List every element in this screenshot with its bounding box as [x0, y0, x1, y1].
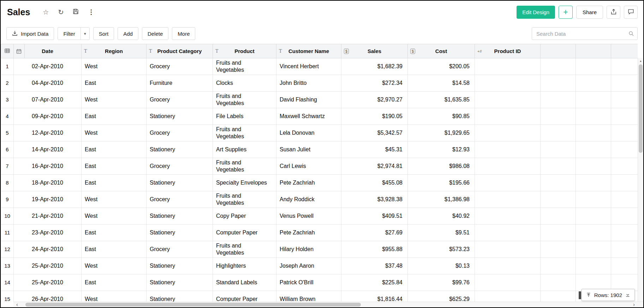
cell-category[interactable]: Grocery	[147, 191, 213, 208]
cell-date[interactable]: 02-Apr-2010	[14, 58, 82, 75]
cell-date[interactable]: 24-Apr-2010	[14, 241, 82, 258]
column-header-category[interactable]: TProduct Category	[147, 44, 213, 58]
empty-cell[interactable]	[576, 108, 611, 125]
cell-category[interactable]: Stationery	[147, 175, 213, 191]
cell-cost[interactable]: $200.05	[408, 58, 475, 75]
cell-date[interactable]: 25-Apr-2010	[14, 258, 82, 274]
cell-sales[interactable]: $5,342.57	[341, 125, 408, 141]
cell-customer[interactable]: Maxwell Schwartz	[276, 108, 341, 125]
empty-cell[interactable]	[611, 208, 638, 225]
cell-cost[interactable]: $90.85	[408, 108, 475, 125]
cell-category[interactable]: Grocery	[147, 125, 213, 141]
empty-cell[interactable]	[541, 208, 576, 225]
cell-sales[interactable]: $272.34	[341, 75, 408, 92]
cell-region[interactable]: East	[82, 108, 147, 125]
add-new-button[interactable]: +	[559, 6, 573, 19]
empty-cell[interactable]	[576, 141, 611, 158]
cell-cost[interactable]: $0.13	[408, 258, 475, 274]
cell-region[interactable]: East	[82, 274, 147, 291]
empty-cell[interactable]	[576, 241, 611, 258]
comments-button[interactable]	[624, 6, 638, 19]
cell-product[interactable]: Copy Paper	[213, 208, 276, 225]
cell-category[interactable]: Grocery	[147, 92, 213, 108]
empty-cell[interactable]	[541, 175, 576, 191]
empty-cell[interactable]	[611, 141, 638, 158]
cell-region[interactable]: West	[82, 291, 147, 303]
empty-cell[interactable]	[576, 225, 611, 241]
more-options-kebab-icon[interactable]: ⋮	[88, 9, 94, 15]
cell-product_id[interactable]	[475, 158, 541, 175]
cell-cost[interactable]: $1,635.85	[408, 92, 475, 108]
cell-product[interactable]: Fruits and Vegetables	[213, 92, 276, 108]
cell-date[interactable]: 23-Apr-2010	[14, 225, 82, 241]
cell-date[interactable]: 07-Apr-2010	[14, 92, 82, 108]
cell-category[interactable]: Stationery	[147, 108, 213, 125]
column-header-cost[interactable]: $Cost	[408, 44, 475, 58]
empty-cell[interactable]	[611, 274, 638, 291]
cell-category[interactable]: Stationery	[147, 291, 213, 303]
cell-category[interactable]: Stationery	[147, 258, 213, 274]
cell-region[interactable]: West	[82, 125, 147, 141]
cell-product_id[interactable]	[475, 125, 541, 141]
cell-cost[interactable]: $195.66	[408, 175, 475, 191]
cell-cost[interactable]: $573.23	[408, 241, 475, 258]
column-header-sales[interactable]: $Sales	[341, 44, 408, 58]
cell-sales[interactable]: $409.51	[341, 208, 408, 225]
cell-region[interactable]: East	[82, 175, 147, 191]
column-header-date[interactable]: Date	[14, 44, 82, 58]
import-data-button[interactable]: Import Data	[6, 27, 54, 40]
cell-product[interactable]: Fruits and Vegetables	[213, 58, 276, 75]
empty-cell[interactable]	[611, 125, 638, 141]
cell-product[interactable]: Art Supplies	[213, 141, 276, 158]
empty-cell[interactable]	[611, 158, 638, 175]
cell-region[interactable]: West	[82, 191, 147, 208]
empty-cell[interactable]	[541, 258, 576, 274]
cell-cost[interactable]: $40.92	[408, 208, 475, 225]
empty-column-header[interactable]	[576, 44, 611, 58]
cell-product_id[interactable]	[475, 208, 541, 225]
cell-region[interactable]: West	[82, 92, 147, 108]
cell-category[interactable]: Stationery	[147, 274, 213, 291]
empty-cell[interactable]	[541, 92, 576, 108]
empty-cell[interactable]	[576, 75, 611, 92]
empty-cell[interactable]	[611, 191, 638, 208]
scroll-right-icon[interactable]: ›	[633, 302, 635, 307]
cell-sales[interactable]: $3,928.38	[341, 191, 408, 208]
row-number-cell[interactable]: 12	[1, 241, 14, 258]
row-number-cell[interactable]: 8	[1, 175, 14, 191]
cell-product[interactable]: Standard Labels	[213, 274, 276, 291]
row-number-cell[interactable]: 5	[1, 125, 14, 141]
column-header-product[interactable]: TProduct	[213, 44, 276, 58]
cell-date[interactable]: 19-Apr-2010	[14, 191, 82, 208]
cell-customer[interactable]: Venus Powell	[276, 208, 341, 225]
empty-cell[interactable]	[541, 241, 576, 258]
cell-product_id[interactable]	[475, 108, 541, 125]
empty-cell[interactable]	[611, 58, 638, 75]
empty-cell[interactable]	[611, 75, 638, 92]
refresh-icon[interactable]: ↻	[58, 9, 64, 16]
row-number-cell[interactable]: 11	[1, 225, 14, 241]
empty-cell[interactable]	[611, 108, 638, 125]
cell-cost[interactable]: $625.29	[408, 291, 475, 303]
empty-cell[interactable]	[541, 225, 576, 241]
empty-cell[interactable]	[576, 158, 611, 175]
go-to-bottom-icon[interactable]	[625, 292, 630, 297]
cell-region[interactable]: East	[82, 158, 147, 175]
cell-region[interactable]: West	[82, 58, 147, 75]
horizontal-scrollbar-thumb[interactable]	[25, 303, 361, 307]
empty-cell[interactable]	[611, 258, 638, 274]
edit-design-button[interactable]: Edit Design	[517, 6, 555, 19]
cell-date[interactable]: 25-Apr-2010	[14, 274, 82, 291]
empty-cell[interactable]	[576, 175, 611, 191]
go-to-top-icon[interactable]	[586, 292, 591, 297]
column-header-customer[interactable]: TCustomer Name	[276, 44, 341, 58]
favorite-star-icon[interactable]: ☆	[43, 9, 49, 16]
cell-customer[interactable]: John Britto	[276, 75, 341, 92]
cell-cost[interactable]: $1,929.65	[408, 125, 475, 141]
cell-product[interactable]: Fruits and Vegetables	[213, 158, 276, 175]
empty-cell[interactable]	[611, 175, 638, 191]
cell-customer[interactable]: Pete Zachriah	[276, 175, 341, 191]
empty-cell[interactable]	[611, 225, 638, 241]
cell-category[interactable]: Stationery	[147, 141, 213, 158]
delete-button[interactable]: Delete	[142, 27, 168, 40]
